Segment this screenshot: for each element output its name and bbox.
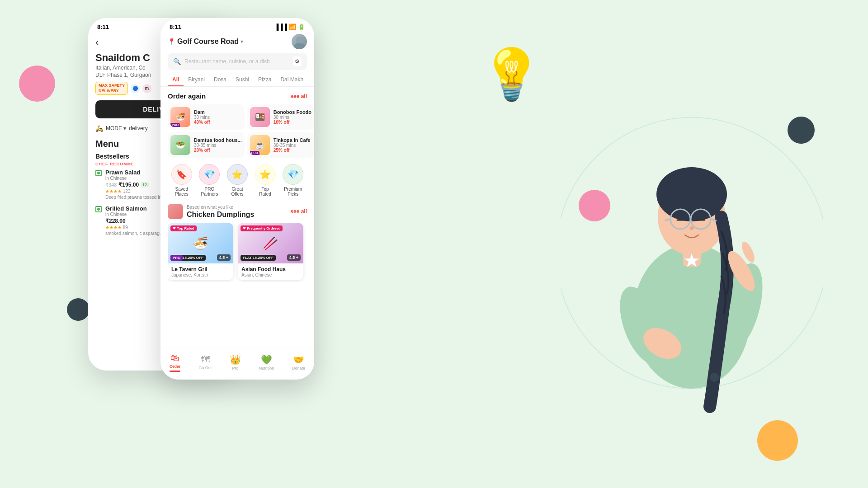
bottom-nav: 🛍 Order 🗺 Go Out 👑 Pro 💚 Nutrition 🤝 Don… (160, 348, 314, 380)
asian-food-image: 🥢 ❤ Frequently Ordered FLAT 15-25% OFF 4… (238, 223, 303, 263)
price-old-1: ₹348 (105, 182, 117, 188)
le-tavern-cuisine: Japanese, Korean (171, 272, 230, 277)
veg-icon-2 (95, 206, 102, 212)
location-row[interactable]: 📍 Golf Course Road ▾ (168, 38, 243, 46)
go-out-nav-icon: 🗺 (201, 354, 210, 365)
order-again-see-all[interactable]: see all (290, 93, 307, 99)
donate-nav-icon: 🤝 (293, 354, 304, 365)
tinkopa-pro-badge: PRO (250, 151, 259, 155)
asian-food-rating: 4.5 + (287, 254, 301, 261)
premium-picks-label: PremiumPicks (284, 187, 302, 197)
bonobos-time: 30 mins (274, 115, 311, 120)
chevron-down-icon: ▾ (241, 38, 243, 45)
mode-label: MODE ▾ (106, 125, 126, 131)
nav-nutrition[interactable]: 💚 Nutrition (259, 354, 274, 371)
search-icon: 🔍 (173, 58, 181, 65)
nav-active-indicator (170, 371, 180, 372)
asian-food-info: Asian Food Haus Asian, Chinese (238, 263, 303, 280)
rec-card-le-tavern[interactable]: 🍜 ❤ Top Rated FLAT 15-25% OFF PRO 4.5 + … (168, 223, 233, 280)
donate-nav-label: Donate (292, 366, 305, 371)
le-tavern-pro: PRO (170, 255, 183, 261)
location-text: Golf Course Road (177, 38, 239, 46)
veg-icon-1 (95, 170, 102, 176)
bonobos-discount: 10% off (274, 120, 311, 125)
nav-donate[interactable]: 🤝 Donate (292, 354, 305, 371)
right-status-bar: 8:11 ▐▐▐ 📶 🔋 (160, 18, 314, 32)
damtua-image: 🥗 (170, 135, 190, 155)
right-time: 8:11 (170, 23, 181, 30)
phone-right: 8:11 ▐▐▐ 📶 🔋 📍 Golf Course Road ▾ 🔍 (160, 18, 314, 380)
order-card-bonobos[interactable]: 🍱 Bonobos Foodo 30 mins 10% off (247, 104, 314, 130)
rec-icon (168, 204, 183, 219)
tinkopa-image: ☕ PRO (250, 135, 270, 155)
max-safety-badge: MAX SAFETYDELIVERY (95, 82, 128, 95)
top-rated-label: TopRated (259, 187, 271, 197)
order-card-dam[interactable]: 🍜 PRO Dam 30 mins 40% off (168, 104, 245, 130)
filter-icon[interactable]: ⚙ (293, 56, 302, 66)
pro-partners-icon-item[interactable]: 💎 PROPartners (199, 164, 220, 197)
saved-places-icon-item[interactable]: 🔖 SavedPlaces (171, 164, 192, 197)
bonobos-image: 🍱 (250, 107, 270, 127)
status-icons: ▐▐▐ 📶 🔋 (274, 23, 305, 30)
dam-discount: 40% off (194, 120, 242, 125)
great-offers-icon-item[interactable]: ⭐ GreatOffers (227, 164, 248, 197)
order-again-title: Order again (168, 92, 206, 100)
item-badge-1: 12 (141, 182, 149, 188)
search-input[interactable]: Restaurant name, cuisine, or a dish (184, 58, 289, 65)
damtua-time: 30-35 mins (194, 143, 242, 148)
pro-nav-icon: 👑 (230, 354, 241, 365)
asian-food-cuisine: Asian, Chinese (241, 272, 300, 277)
order-card-damtua[interactable]: 🥗 Damtua food hous... 30-35 mins 20% off (168, 132, 245, 158)
price-new-1: ₹195.00 (118, 182, 139, 188)
search-bar[interactable]: 🔍 Restaurant name, cuisine, or a dish ⚙ (168, 53, 307, 70)
dam-image: 🍜 PRO (170, 107, 190, 127)
left-time: 8:11 (97, 23, 109, 30)
girl-illustration (561, 36, 823, 434)
nav-go-out[interactable]: 🗺 Go Out (198, 354, 212, 370)
user-avatar[interactable] (292, 34, 307, 49)
le-tavern-tag: ❤ Top Rated (170, 225, 197, 231)
tab-dosa[interactable]: Dosa (209, 74, 231, 86)
nav-order[interactable]: 🛍 Order (170, 353, 181, 372)
svg-point-21 (294, 43, 305, 49)
le-tavern-name: Le Tavern Gril (171, 266, 230, 272)
tab-sushi[interactable]: Sushi (231, 74, 254, 86)
tab-pizza[interactable]: Pizza (254, 74, 276, 86)
badge-icon-1: 🔵 (131, 84, 140, 93)
badge-icon-2: m (142, 84, 151, 93)
le-tavern-info: Le Tavern Gril Japanese, Korean (168, 263, 233, 280)
order-card-tinkopa[interactable]: ☕ PRO Tinkopa in Cafe 30-35 mins 25% off (247, 132, 314, 158)
dam-time: 30 mins (194, 115, 242, 120)
bonobos-name: Bonobos Foodo (274, 109, 311, 115)
quick-icons-row: 🔖 SavedPlaces 💎 PROPartners ⭐ GreatOffer… (160, 161, 314, 200)
tinkopa-discount: 25% off (274, 148, 311, 153)
dam-info: Dam 30 mins 40% off (194, 109, 242, 125)
dam-pro-badge: PRO (170, 123, 180, 127)
location-pin-icon: 📍 (168, 38, 175, 45)
rec-based-on: Based on what you like (187, 205, 254, 210)
nav-pro[interactable]: 👑 Pro (230, 354, 241, 371)
decor-circle-dark-1 (67, 298, 90, 321)
svg-point-15 (689, 226, 694, 230)
top-rated-icon: ⭐ (255, 164, 276, 185)
tab-all[interactable]: All (168, 74, 184, 86)
asian-food-tag: ❤ Frequently Ordered (241, 225, 283, 231)
great-offers-icon: ⭐ (227, 164, 248, 185)
premium-picks-icon: 💎 (283, 164, 303, 185)
scroll-content[interactable]: 📍 Golf Course Road ▾ 🔍 Restaurant name, … (160, 32, 314, 362)
rec-cards: 🍜 ❤ Top Rated FLAT 15-25% OFF PRO 4.5 + … (168, 223, 307, 282)
damtua-discount: 20% off (194, 148, 242, 153)
price-new-2: ₹228.00 (105, 218, 126, 224)
svg-point-7 (710, 373, 719, 382)
great-offers-label: GreatOffers (231, 187, 243, 197)
mode-icon: 🛵 (95, 125, 103, 132)
nutrition-nav-label: Nutrition (259, 366, 274, 371)
rec-see-all[interactable]: see all (290, 208, 307, 215)
top-rated-icon-item[interactable]: ⭐ TopRated (255, 164, 276, 197)
damtua-info: Damtua food hous... 30-35 mins 20% off (194, 137, 242, 153)
tab-dal-makh[interactable]: Dal Makh (276, 74, 308, 86)
rec-card-asian-food[interactable]: 🥢 ❤ Frequently Ordered FLAT 15-25% OFF 4… (238, 223, 303, 280)
asian-food-flat-off: FLAT 15-25% OFF (241, 255, 276, 261)
premium-picks-icon-item[interactable]: 💎 PremiumPicks (283, 164, 303, 197)
tab-biryani[interactable]: Biryani (184, 74, 209, 86)
